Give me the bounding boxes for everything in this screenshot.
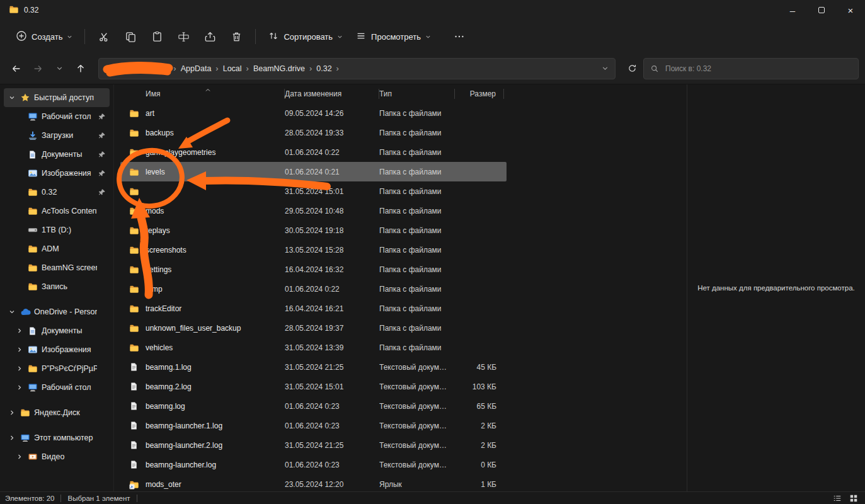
address-bar[interactable]: › › AppData›Local›BeamNG.drive›0.32› [98, 58, 616, 79]
sort-ascending-icon [205, 89, 210, 94]
breadcrumb-user-redacted[interactable] [120, 64, 172, 74]
file-row[interactable]: beamng.1.log 31.05.2024 21:25 Текстовый … [120, 357, 507, 377]
view-button[interactable]: Просмотреть [350, 26, 437, 48]
file-row[interactable]: replays 30.05.2024 19:18 Папка с файлами [120, 220, 507, 240]
sidebar-item[interactable]: Рабочий стол [4, 378, 110, 397]
sidebar-item[interactable]: AcTools Content I [4, 202, 110, 220]
file-type: Текстовый докум… [379, 421, 455, 430]
cut-button[interactable] [91, 25, 117, 48]
more-options-button[interactable] [447, 25, 472, 48]
sidebar-item[interactable]: Яндекс.Диск [4, 403, 110, 422]
file-date: 31.05.2024 21:25 [285, 441, 379, 450]
file-row[interactable]: mods_oter 23.05.2024 12:20 Ярлык 1 КБ [120, 474, 507, 491]
file-row[interactable]: levels 01.06.2024 0:21 Папка с файлами [120, 162, 507, 181]
column-header-size[interactable]: Размер [455, 89, 504, 99]
paste-button[interactable] [144, 25, 169, 48]
chevron-right-icon[interactable] [16, 365, 28, 372]
file-type: Папка с файлами [379, 109, 455, 118]
column-header-type[interactable]: Тип [379, 89, 455, 99]
file-name: mods_oter [143, 480, 285, 489]
sort-button[interactable]: Сортировать [262, 26, 348, 48]
chevron-right-icon[interactable] [16, 346, 28, 353]
breadcrumb-separator: › [214, 64, 219, 73]
close-button[interactable]: × [836, 0, 865, 20]
file-row[interactable]: temp 01.06.2024 0:22 Папка с файлами [120, 279, 507, 299]
file-type: Текстовый докум… [379, 402, 455, 411]
file-row[interactable]: 31.05.2024 15:01 Папка с файлами [120, 181, 507, 201]
delete-button[interactable] [224, 25, 249, 48]
search-input[interactable] [664, 64, 852, 74]
column-header-date[interactable]: Дата изменения [285, 89, 379, 99]
breadcrumb-segment[interactable]: Local [220, 64, 245, 73]
file-row[interactable]: unknown_files_user_backup 28.05.2024 19:… [120, 318, 507, 338]
file-row[interactable]: beamng-launcher.log 01.06.2024 0:23 Текс… [120, 455, 507, 474]
sidebar-item[interactable]: Видео [4, 447, 110, 466]
file-row[interactable]: backups 28.05.2024 19:33 Папка с файлами [120, 123, 507, 142]
sidebar-item[interactable]: Изображения [4, 340, 110, 359]
sidebar-item[interactable]: Запись [4, 277, 110, 296]
file-row[interactable]: beamng.2.log 31.05.2024 15:01 Текстовый … [120, 377, 507, 396]
status-divider [60, 495, 61, 502]
minimize-button[interactable]: – [778, 0, 807, 20]
chevron-down-icon[interactable] [9, 94, 20, 101]
chevron-right-icon[interactable] [16, 384, 28, 391]
file-date: 28.05.2024 19:37 [285, 324, 379, 333]
breadcrumb-segment[interactable]: AppData [178, 64, 215, 73]
sidebar-item[interactable]: 1TB (D:) [4, 220, 110, 239]
file-row[interactable]: vehicles 31.05.2024 13:39 Папка с файлам… [120, 338, 507, 357]
search-box[interactable] [643, 58, 859, 79]
breadcrumb-segment[interactable]: 0.32 [313, 64, 335, 73]
refresh-button[interactable] [622, 59, 642, 79]
sidebar-item[interactable]: 0.32 [4, 183, 110, 202]
sidebar-item[interactable]: Документы [4, 145, 110, 164]
window-tab[interactable]: 0.32 [0, 4, 47, 16]
sidebar-item[interactable]: Р”РѕРєСѓРјРµРЅС‚С‹,Сќ [4, 359, 110, 378]
details-view-button[interactable] [831, 493, 844, 503]
back-button[interactable] [6, 59, 26, 79]
chevron-down-icon[interactable] [602, 65, 609, 72]
file-row[interactable]: gameplaygeometries 01.06.2024 0:22 Папка… [120, 142, 507, 162]
recent-locations-button[interactable] [49, 59, 69, 79]
file-row[interactable]: art 09.05.2024 14:26 Папка с файлами [120, 103, 507, 123]
sidebar-item[interactable]: OneDrive - Personal [4, 302, 110, 321]
chevron-down-icon[interactable] [9, 309, 20, 315]
new-button[interactable]: Создать [10, 26, 78, 48]
file-icon [129, 440, 143, 450]
file-row[interactable]: beamng-launcher.2.log 31.05.2024 21:25 Т… [120, 435, 507, 455]
forward-button[interactable] [28, 59, 48, 79]
file-row[interactable]: settings 16.04.2024 16:32 Папка с файлам… [120, 260, 507, 279]
file-row[interactable]: beamng.log 01.06.2024 0:23 Текстовый док… [120, 396, 507, 416]
sidebar-item-label: OneDrive - Personal [34, 307, 97, 316]
breadcrumb-segment[interactable]: BeamNG.drive [250, 64, 308, 73]
search-icon [650, 64, 659, 73]
chevron-right-icon[interactable] [9, 435, 20, 441]
file-type: Папка с файлами [379, 304, 455, 313]
folder-icon [129, 128, 143, 138]
sidebar-item[interactable]: ADM [4, 239, 110, 258]
sidebar-item[interactable]: Этот компьютер [4, 428, 110, 447]
chevron-right-icon[interactable] [16, 328, 28, 334]
sidebar-item[interactable]: Документы [4, 321, 110, 340]
column-header-name[interactable]: Имя [143, 89, 285, 99]
sidebar-item[interactable]: Изображения [4, 164, 110, 183]
sidebar-item[interactable]: Загрузки [4, 126, 110, 145]
chevron-right-icon[interactable] [9, 410, 20, 416]
file-date: 16.04.2024 16:21 [285, 304, 379, 313]
file-icon [129, 382, 143, 391]
maximize-button[interactable] [807, 0, 836, 20]
sidebar-item[interactable]: Рабочий стол [4, 107, 110, 126]
share-button[interactable] [197, 25, 222, 48]
up-button[interactable] [71, 59, 91, 79]
sidebar-item[interactable]: Быстрый доступ [4, 88, 110, 107]
copy-button[interactable] [118, 25, 143, 48]
file-row[interactable]: trackEditor 16.04.2024 16:21 Папка с фай… [120, 299, 507, 318]
file-row[interactable]: screenshots 13.05.2024 15:28 Папка с фай… [120, 240, 507, 260]
large-icons-view-button[interactable] [847, 493, 860, 503]
chevron-right-icon[interactable] [16, 454, 28, 460]
sidebar-item[interactable]: BeamNG screenshots [4, 258, 110, 277]
rename-button[interactable] [171, 25, 196, 48]
chevron-down-icon [56, 65, 63, 72]
folder-icon [129, 245, 143, 255]
file-row[interactable]: mods 29.05.2024 10:48 Папка с файлами [120, 201, 507, 220]
file-row[interactable]: beamng-launcher.1.log 01.06.2024 0:23 Те… [120, 416, 507, 435]
